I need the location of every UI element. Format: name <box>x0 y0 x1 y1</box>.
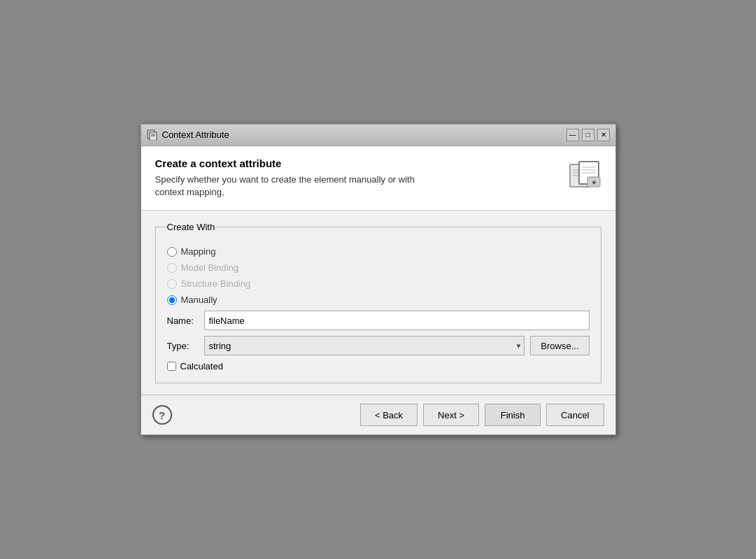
structure-binding-radio[interactable] <box>167 279 177 289</box>
dialog-header-icon: ★ <box>566 157 601 192</box>
footer-left: ? <box>152 405 172 425</box>
close-button[interactable]: ✕ <box>597 129 610 141</box>
name-row: Name: <box>167 311 590 330</box>
context-attribute-icon <box>147 129 158 141</box>
dialog-header: Create a context attribute Specify wheth… <box>141 146 615 211</box>
radio-manually: Manually <box>167 295 590 305</box>
model-binding-label: Model Binding <box>181 262 238 273</box>
back-button[interactable]: < Back <box>360 404 418 426</box>
dialog-content: Create a context attribute Specify wheth… <box>141 146 615 434</box>
mapping-radio[interactable] <box>167 247 177 257</box>
group-legend: Create With <box>167 222 215 232</box>
next-button[interactable]: Next > <box>423 404 479 426</box>
manually-radio[interactable] <box>167 295 177 305</box>
restore-button[interactable]: □ <box>582 129 594 141</box>
finish-button[interactable]: Finish <box>485 404 541 426</box>
wizard-icon: ★ <box>566 157 601 192</box>
create-with-group: Create With Mapping Model Binding Struct… <box>155 222 601 383</box>
type-label: Type: <box>167 341 199 351</box>
dialog-description: Specify whether you want to create the e… <box>155 174 415 199</box>
manually-label: Manually <box>181 295 217 305</box>
name-input[interactable] <box>204 311 590 330</box>
title-bar: Context Attribute — □ ✕ <box>141 125 615 146</box>
structure-binding-label: Structure Binding <box>181 278 251 289</box>
radio-model-binding: Model Binding <box>167 262 590 273</box>
cancel-button[interactable]: Cancel <box>546 404 604 426</box>
footer-right: < Back Next > Finish Cancel <box>360 404 604 426</box>
dialog-header-text: Create a context attribute Specify wheth… <box>155 157 415 199</box>
calculated-label: Calculated <box>180 361 223 372</box>
title-bar-left: Context Attribute <box>147 129 229 141</box>
svg-text:★: ★ <box>590 178 597 186</box>
dialog-footer: ? < Back Next > Finish Cancel <box>141 395 615 434</box>
dialog-window: Context Attribute — □ ✕ Create a context… <box>141 124 616 435</box>
radio-structure-binding: Structure Binding <box>167 278 590 289</box>
dialog-body: Create With Mapping Model Binding Struct… <box>141 211 615 395</box>
type-select-wrapper: string int boolean double long ▼ <box>204 336 525 355</box>
dialog-heading: Create a context attribute <box>155 157 415 169</box>
calculated-checkbox[interactable] <box>167 362 176 371</box>
title-bar-title: Context Attribute <box>162 129 229 140</box>
svg-rect-1 <box>150 132 157 141</box>
type-select[interactable]: string int boolean double long <box>204 336 525 355</box>
help-button[interactable]: ? <box>152 405 172 425</box>
calculated-row: Calculated <box>167 361 590 372</box>
radio-mapping: Mapping <box>167 246 590 257</box>
name-label: Name: <box>167 316 199 326</box>
minimize-button[interactable]: — <box>566 129 579 141</box>
mapping-label: Mapping <box>181 246 216 257</box>
model-binding-radio[interactable] <box>167 263 177 273</box>
title-bar-controls: — □ ✕ <box>566 129 610 141</box>
browse-button[interactable]: Browse... <box>530 336 589 355</box>
type-row: Type: string int boolean double long ▼ B… <box>167 336 590 355</box>
